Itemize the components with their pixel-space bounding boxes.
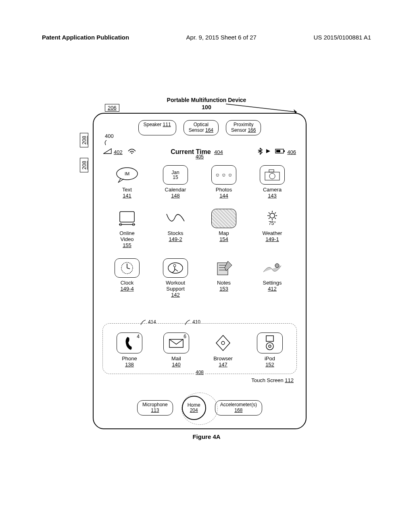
app-clock-ref: 149-4 [120,286,133,292]
camera-icon [260,165,285,185]
app-weather-label: Weather [263,230,282,236]
app-workout[interactable]: Workout Support142 [154,258,197,298]
svg-text:IM: IM [125,171,129,176]
app-video-label: Online Video [119,230,135,242]
svg-line-28 [127,268,130,269]
stocks-icon [163,209,188,228]
app-browser[interactable]: Browser147 [202,332,244,368]
mail-badge: 6 [184,334,186,339]
speaker-text: Speaker [144,122,163,127]
device-title: Portable Multifunction Device 100 [0,97,413,110]
app-ipod-label: iPod [265,355,275,362]
prox-num: 166 [248,127,256,133]
app-mail-ref: 140 [172,362,181,368]
settings-icon [260,258,285,278]
hdr-mid: Apr. 9, 2015 Sheet 6 of 27 [186,34,257,41]
app-settings-label: Settings [263,280,282,286]
app-text-label: Text [122,187,132,193]
app-video-ref: 155 [123,242,131,248]
sensor-row: Speaker 111 Optical Sensor 164 Proximity… [94,120,306,135]
speaker-num: 111 [163,122,171,127]
app-phone[interactable]: 4 Phone138 [108,332,151,368]
home-num: 204 [190,408,198,413]
device-outline: Speaker 111 Optical Sensor 164 Proximity… [93,113,307,429]
touch-num: 112 [285,377,294,383]
prox-l2: Sensor [231,127,248,133]
app-workout-ref: 142 [171,292,180,298]
app-map-ref: 154 [219,236,228,242]
app-clock[interactable]: Clock149-4 [106,258,148,298]
ipod-icon [257,332,283,353]
svg-point-29 [168,263,183,273]
hdr-left: Patent Application Publication [42,34,129,41]
app-weather[interactable]: 75° Weather149-1 [251,209,294,249]
cal-badge: Jan 15 [171,170,179,180]
svg-marker-2 [104,149,111,154]
svg-point-41 [269,345,271,347]
app-ipod-ref: 152 [265,362,274,368]
app-cal-ref: 148 [171,193,180,199]
app-map-label: Map [219,230,229,236]
app-weather-ref: 149-1 [265,236,279,242]
hdr-right: US 2015/0100881 A1 [313,34,371,41]
ref-206: 206 [105,104,119,112]
svg-point-17 [270,213,275,218]
grid-row-1: IM Text141 Jan 15 Calendar148 ☺ ☺ ☺ Phot… [106,165,294,199]
mail-icon: 6 [163,332,189,353]
app-workout-label: Workout Support [166,280,185,292]
svg-line-23 [275,218,276,219]
svg-line-22 [269,212,270,214]
prox-l1: Proximity [234,122,253,127]
mic-text: Microphone [142,402,168,407]
svg-point-30 [173,264,176,267]
speaker-label: Speaker 111 [138,120,176,135]
app-notes-ref: 153 [219,286,228,292]
browser-icon [210,332,236,353]
video-icon [115,209,140,228]
app-settings-ref: 412 [268,286,277,292]
grid-row-3: Clock149-4 Workout Support142 Notes153 [106,258,294,298]
touch-screen-label: Touch Screen 112 [251,377,294,383]
proximity-sensor-label: Proximity Sensor 166 [226,120,261,135]
app-ipod[interactable]: iPod152 [248,332,291,368]
app-notes[interactable]: Notes153 [202,258,245,298]
app-browser-label: Browser [213,355,233,362]
app-mail[interactable]: 6 Mail140 [155,332,198,368]
svg-point-38 [221,341,225,345]
svg-marker-37 [216,335,230,351]
accel-num: 168 [234,407,242,413]
svg-rect-6 [284,150,285,152]
weather-icon: 75° [260,209,285,228]
status-under-ref: 405 [94,154,306,160]
dock: 4 Phone138 6 Mail140 Browser [102,323,297,374]
app-photos-ref: 144 [219,193,228,199]
app-photos-label: Photos [216,187,232,193]
svg-point-12 [269,173,275,179]
text-icon: IM [115,165,140,185]
optical-l2: Sensor [189,127,205,133]
app-map[interactable]: Map154 [202,209,245,249]
app-camera[interactable]: Camera143 [251,165,294,199]
app-camera-label: Camera [263,187,282,193]
app-stocks[interactable]: Stocks149-2 [154,209,197,249]
svg-rect-7 [276,150,280,152]
app-browser-ref: 147 [219,362,227,368]
bottom-row: Microphone113 Home 204 Accelerometer(s)1… [94,396,306,420]
phone-icon: 4 [117,332,142,353]
app-phone-ref: 138 [125,362,134,368]
ref-400: 400 [105,133,114,139]
mic-num: 113 [151,407,159,413]
home-button[interactable]: Home 204 [182,396,206,420]
svg-point-35 [275,264,279,268]
figure-caption: Figure 4A [0,433,413,440]
optical-sensor-label: Optical Sensor 164 [184,120,219,135]
app-text[interactable]: IM Text141 [106,165,148,199]
app-calendar[interactable]: Jan 15 Calendar148 [154,165,197,199]
app-settings[interactable]: Settings412 [251,258,294,298]
microphone-label: Microphone113 [137,400,173,416]
app-stocks-label: Stocks [167,230,183,236]
app-grid: IM Text141 Jan 15 Calendar148 ☺ ☺ ☺ Phot… [106,165,294,308]
app-photos[interactable]: ☺ ☺ ☺ Photos144 [202,165,245,199]
app-text-ref: 141 [123,193,131,199]
app-online-video[interactable]: Online Video155 [106,209,148,249]
